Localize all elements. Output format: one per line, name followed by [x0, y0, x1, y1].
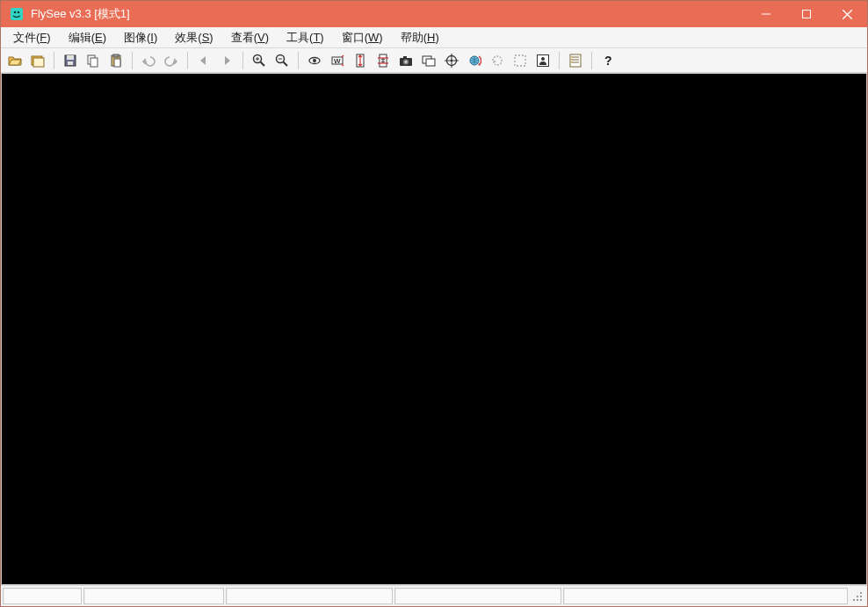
toolbar-separator: [187, 52, 188, 69]
target-button[interactable]: [441, 51, 462, 70]
menu-v[interactable]: 查看(V): [222, 27, 278, 47]
menu-s[interactable]: 效果(S): [166, 27, 221, 47]
target-icon: [445, 54, 459, 68]
height-stretch-button[interactable]: [350, 51, 371, 70]
status-bar: [1, 585, 867, 606]
image-canvas[interactable]: [1, 73, 867, 585]
menu-h[interactable]: 帮助(H): [392, 27, 448, 47]
copy-button[interactable]: [83, 51, 104, 70]
paste-icon: [109, 54, 123, 68]
svg-rect-15: [113, 54, 119, 57]
toolbar-separator: [132, 52, 133, 69]
svg-text:W: W: [334, 57, 341, 65]
save-button[interactable]: [60, 51, 81, 70]
prev-button: [193, 51, 214, 70]
svg-rect-11: [68, 61, 73, 65]
svg-rect-4: [803, 11, 811, 18]
toolbar-separator: [54, 52, 54, 69]
svg-rect-52: [571, 61, 573, 63]
svg-point-25: [313, 59, 316, 62]
help-icon: ?: [601, 54, 615, 68]
height-stretch-icon: [353, 54, 367, 68]
open-new-button[interactable]: [27, 51, 48, 70]
status-pane: [83, 588, 224, 604]
svg-rect-13: [90, 58, 98, 67]
svg-rect-50: [571, 56, 573, 58]
svg-point-2: [18, 11, 20, 14]
toolbar-separator: [591, 52, 592, 69]
toolbar: W?: [1, 48, 867, 73]
select-dashed-icon: [513, 54, 527, 68]
rotate-globe-button[interactable]: [464, 51, 485, 70]
rotate-dashed-icon: [490, 54, 504, 68]
open-button[interactable]: [4, 51, 25, 70]
help-button[interactable]: ?: [597, 51, 618, 70]
camera-icon: [399, 54, 413, 68]
next-icon: [220, 54, 234, 68]
undo-button: [138, 51, 159, 70]
open-icon: [8, 54, 22, 68]
status-pane: [226, 588, 393, 604]
minimize-button[interactable]: [746, 1, 786, 27]
svg-line-22: [284, 61, 288, 66]
width-fit-icon: W: [330, 54, 344, 68]
svg-rect-55: [857, 596, 858, 597]
redo-icon: [164, 54, 178, 68]
menu-bar: 文件(F)编辑(E)图像(I)效果(S)查看(V)工具(T)窗口(W)帮助(H): [1, 27, 867, 48]
status-pane: [394, 588, 561, 604]
height-crop-button[interactable]: [373, 51, 394, 70]
close-button[interactable]: [827, 1, 867, 27]
svg-rect-54: [860, 592, 862, 594]
svg-rect-56: [860, 596, 862, 597]
svg-rect-10: [67, 55, 74, 60]
menu-i[interactable]: 图像(I): [115, 27, 166, 47]
view-button[interactable]: [304, 51, 325, 70]
menu-f[interactable]: 文件(F): [4, 27, 60, 47]
copy-icon: [86, 54, 100, 68]
height-crop-icon: [376, 54, 390, 68]
toolbar-separator: [559, 52, 560, 69]
camera-button[interactable]: [395, 51, 416, 70]
window-title: FlySee v3.3 [模式1]: [31, 6, 130, 22]
next-button: [216, 51, 237, 70]
title-bar[interactable]: FlySee v3.3 [模式1]: [1, 1, 867, 27]
view-icon: [307, 54, 322, 68]
status-pane: [3, 588, 82, 604]
redo-button: [161, 51, 182, 70]
svg-rect-0: [11, 8, 23, 20]
paste-button[interactable]: [105, 51, 127, 70]
svg-rect-51: [571, 59, 573, 61]
person-rect-icon: [536, 54, 550, 68]
toolbar-separator: [242, 52, 243, 69]
svg-line-18: [261, 61, 265, 66]
zoom-in-icon: [252, 54, 266, 68]
zoom-in-button[interactable]: [249, 51, 270, 70]
width-fit-button[interactable]: W: [327, 51, 348, 70]
copy-screen-icon: [422, 54, 436, 68]
rotate-dashed-button: [487, 51, 508, 70]
svg-rect-8: [33, 58, 44, 67]
person-rect-button[interactable]: [532, 51, 553, 70]
maximize-button[interactable]: [786, 1, 827, 27]
copy-screen-button[interactable]: [418, 51, 439, 70]
zoom-out-button[interactable]: [271, 51, 293, 70]
svg-point-35: [405, 61, 408, 63]
svg-rect-43: [515, 55, 525, 66]
svg-rect-33: [403, 56, 407, 58]
prev-icon: [197, 54, 211, 68]
select-dashed-button: [510, 51, 531, 70]
toolbar-separator: [298, 52, 299, 69]
menu-t[interactable]: 工具(T): [278, 27, 333, 47]
menu-w[interactable]: 窗口(W): [333, 27, 392, 47]
svg-rect-37: [426, 59, 435, 66]
svg-point-41: [451, 59, 453, 61]
menu-e[interactable]: 编辑(E): [60, 27, 115, 47]
svg-rect-58: [857, 599, 858, 601]
list-doc-button[interactable]: [565, 51, 586, 70]
svg-rect-57: [853, 599, 855, 601]
svg-point-45: [541, 57, 545, 61]
zoom-out-icon: [275, 54, 289, 68]
svg-rect-16: [114, 59, 120, 67]
resize-grip[interactable]: [850, 588, 865, 604]
app-icon: [8, 5, 25, 23]
